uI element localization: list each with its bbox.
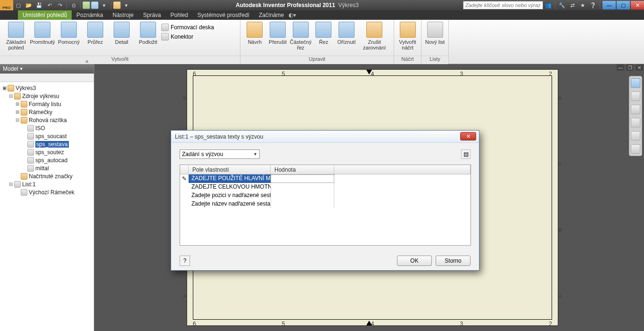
ribbon-button[interactable]: Částečný řez [289,22,312,50]
ribbon-small-button[interactable]: Formovací deska [161,23,214,32]
ribbon-panel-create: Základní pohledPromítnutýPomocnýPrůřezDe… [0,20,240,64]
ribbon-button[interactable]: Pomocný [56,22,82,45]
ribbon-button[interactable]: Přerušit [266,22,289,45]
tree-leaf[interactable]: sps_soucast [1,132,93,140]
ribbon-button[interactable]: Průřez [82,22,108,45]
ribbon-tab[interactable]: Systémové prostředí [193,10,254,20]
qat-extra3-icon[interactable]: ▾ [99,1,109,9]
ribbon-small-button[interactable]: Konektor [161,32,214,41]
window-close-button[interactable]: ✕ [631,1,644,9]
nav-zoomall-icon[interactable] [631,131,640,141]
dialog-title: List:1 – sps_sestava texty s výzvou [171,131,479,143]
ribbon-tab[interactable]: Poznámka [72,10,108,20]
grid-row[interactable]: Zadejte název nadřazené sesta [180,200,471,208]
ribbon-panel-sheets: Nový list Listy [421,20,449,64]
prompt-texts-dialog: List:1 – sps_sestava texty s výzvou ✕ Za… [171,130,479,271]
ok-button[interactable]: OK [397,256,432,266]
qat-redo-icon[interactable]: ↷ [55,1,65,9]
nav-zoomwin-icon[interactable] [631,144,640,154]
grid-col[interactable]: Hodnota [271,165,334,174]
model-tree: ▣Výkres3 ⊟Zdroje výkresu ⊞Formáty listu … [0,82,94,198]
panel-label: Náčrt [394,56,421,64]
ribbon-tab[interactable]: Začínáme [254,10,289,20]
browser-header[interactable]: Model▼ [0,64,94,74]
tree-node[interactable]: Načrtnuté značky [1,172,93,180]
qat-undo-icon[interactable]: ↶ [45,1,54,9]
tree-node[interactable]: ⊞Rámečky [1,108,93,116]
nav-pan-icon[interactable] [631,91,640,101]
qat-new-icon[interactable]: ▢ [14,1,23,9]
ribbon-tab[interactable]: Nástroje [108,10,139,20]
ribbon-button[interactable]: Promítnutý [29,22,56,45]
help-icon[interactable]: ❔ [588,1,598,9]
qat-extra4-icon[interactable] [113,1,121,9]
tree-leaf[interactable]: sps_autocad [1,156,93,164]
ruler-bottom: 65432 [193,321,552,325]
ribbon-button[interactable]: Řez [312,22,335,45]
dialog-close-button[interactable]: ✕ [460,132,476,141]
tree-root[interactable]: ▣Výkres3 [1,84,93,92]
tree-node[interactable]: ⊟Rohová razítka [1,116,93,124]
grid-header: Pole vlastnosti Hodnota [180,165,471,174]
panel-pin-icon[interactable]: × [85,58,92,65]
center-marker-bottom-icon [366,321,372,325]
tool-exchange-icon[interactable]: ⇄ [568,1,577,9]
ribbon-end-icon[interactable]: ◐ [289,12,293,18]
ribbon-tab[interactable]: Pohled [165,10,192,20]
qat-extra2-icon[interactable] [91,1,99,9]
ribbon-panel-sketch: Vytvořit náčrt Náčrt [394,20,421,64]
tree-node[interactable]: Výchozí Rámeček [1,188,93,196]
ribbon-button[interactable]: Nový list [424,22,446,45]
panel-label: Vytvořit [0,56,240,64]
tree-leaf[interactable]: mittal [1,164,93,172]
tree-leaf[interactable]: sps_sestava [1,140,93,148]
ribbon-tab[interactable]: Umístění pohledů [18,10,72,20]
ribbon-button[interactable]: Základní pohled [3,22,29,50]
doc-restore-button[interactable]: ❐ [626,64,634,71]
ribbon-tabs: Umístění pohledůPoznámkaNástrojeSprávaPo… [0,10,644,20]
grid-row[interactable]: Zadejte pozici v nadřazené sest [180,191,471,200]
ribbon-button[interactable]: Podložit [135,22,161,45]
properties-grid: Pole vlastnosti Hodnota ✎ZADEJTE POUŽITÉ… [180,165,471,246]
ribbon-button[interactable]: Detail [108,22,135,45]
browser-toolbar[interactable] [0,74,94,82]
app-pro-badge[interactable]: PRO [0,0,13,10]
ribbon: Základní pohledPromítnutýPomocnýPrůřezDe… [0,20,644,64]
prompt-type-combo[interactable]: Zadání s výzvou▼ [180,149,260,159]
search-input[interactable] [463,1,543,9]
doc-minimize-button[interactable]: — [617,64,624,71]
ribbon-button[interactable]: Vytvořit náčrt [397,22,418,50]
cancel-button[interactable]: Storno [436,256,471,266]
search-go-icon[interactable]: 👥 [544,1,553,9]
tree-node[interactable]: ⊞Formáty listu [1,100,93,108]
window-minimize-button[interactable]: — [603,1,616,9]
qat-open-icon[interactable]: 📂 [24,1,33,9]
qat-save-icon[interactable]: 💾 [34,1,44,9]
tree-node[interactable]: ⊟Zdroje výkresu [1,92,93,100]
panel-label: Upravit [240,56,394,64]
grid-row[interactable]: ZADEJTE CELKOVOU HMOTNOS [180,183,471,191]
tool-wrench-icon[interactable]: 🔧 [557,1,567,9]
nav-zoomout-icon[interactable] [631,118,640,127]
tree-leaf[interactable]: sps_soutez [1,148,93,156]
qat-more-icon[interactable]: ▾ [122,1,131,9]
ribbon-tab[interactable]: Správa [138,10,165,20]
ribbon-end-icon[interactable]: ▾ [293,12,296,18]
tree-leaf[interactable]: ISO [1,124,93,132]
dialog-help-button[interactable]: ? [180,256,190,266]
ribbon-button[interactable]: Návrh [243,22,266,45]
ribbon-button[interactable]: Zrušit zarovnání [358,22,391,50]
tree-node[interactable]: ⊟List:1 [1,180,93,188]
nav-home-icon[interactable] [631,78,640,88]
doc-close-button[interactable]: ✕ [636,64,643,71]
notes-button[interactable]: ▤ [461,149,471,159]
grid-col[interactable]: Pole vlastnosti [189,165,271,174]
qat-extra1-icon[interactable] [83,1,90,9]
qat-print-icon[interactable]: ⎙ [69,1,78,9]
window-maximize-button[interactable]: ▢ [617,1,630,9]
ribbon-button[interactable]: Oříznutí [335,22,358,45]
app-title: Autodesk Inventor Professional 2011 Výkr… [132,2,463,8]
grid-row[interactable]: ✎ZADEJTE POUŽITÉ HLAVNÍ MĚŘ [180,174,471,183]
tool-star-icon[interactable]: ★ [578,1,587,9]
nav-zoomin-icon[interactable] [631,105,640,114]
